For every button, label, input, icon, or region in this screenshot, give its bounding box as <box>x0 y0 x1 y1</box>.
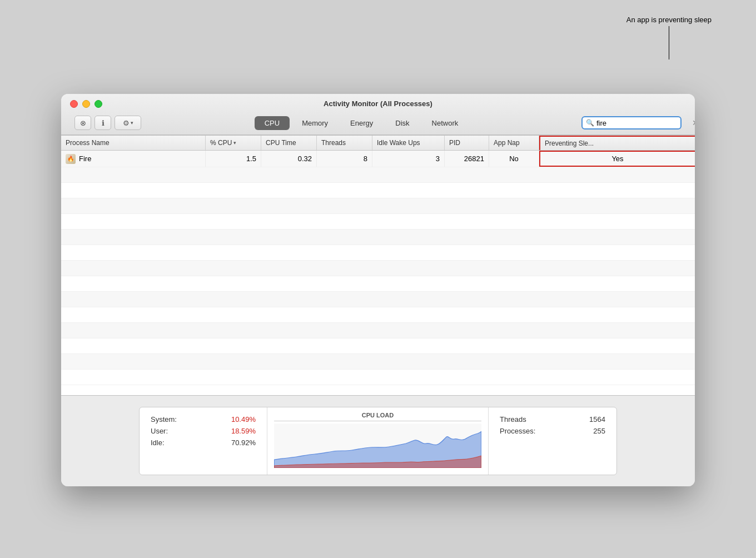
window-controls <box>70 100 102 108</box>
bottom-panel: System: 10.49% User: 18.59% Idle: 70.92%… <box>61 395 695 486</box>
close-button[interactable] <box>70 100 78 108</box>
empty-row <box>61 230 695 245</box>
col-cpu-pct[interactable]: % CPU ▾ <box>206 136 261 150</box>
tab-memory[interactable]: Memory <box>292 116 338 130</box>
col-threads[interactable]: Threads <box>317 136 372 150</box>
col-pid[interactable]: PID <box>445 136 489 150</box>
inspect-button[interactable]: ℹ <box>94 116 111 130</box>
empty-row <box>61 167 695 183</box>
empty-rows <box>61 167 695 385</box>
tab-energy[interactable]: Energy <box>340 116 383 130</box>
cell-cpu-pct: 1.5 <box>206 151 261 167</box>
empty-row <box>61 245 695 261</box>
process-table: Process Name % CPU ▾ CPU Time Threads Id… <box>61 135 695 395</box>
empty-row <box>61 307 695 323</box>
maximize-button[interactable] <box>94 100 102 108</box>
close-process-button[interactable]: ⊗ <box>74 116 91 130</box>
annotation-line <box>669 26 669 59</box>
sort-icon: ▾ <box>233 140 236 146</box>
cpu-stats-right: Threads 1564 Processes: 255 <box>489 407 616 475</box>
user-value: 18.59% <box>231 427 256 435</box>
empty-row <box>61 261 695 276</box>
empty-row <box>61 214 695 230</box>
empty-row <box>61 338 695 354</box>
tab-bar: CPU Memory Energy Disk Network <box>146 116 577 130</box>
cell-preventing-sleep: Yes <box>539 151 695 167</box>
search-box: 🔍 ✕ <box>581 116 682 129</box>
chevron-down-icon: ▾ <box>131 120 133 126</box>
tab-disk[interactable]: Disk <box>385 116 419 130</box>
col-cpu-time[interactable]: CPU Time <box>261 136 317 150</box>
cell-threads: 8 <box>317 151 372 167</box>
stat-row-user: User: 18.59% <box>151 427 256 435</box>
col-process-name[interactable]: Process Name <box>61 136 206 150</box>
idle-label: Idle: <box>151 439 165 447</box>
stat-row-threads: Threads 1564 <box>500 415 605 424</box>
threads-value: 1564 <box>589 415 605 424</box>
cell-app-nap: No <box>489 151 539 167</box>
gear-icon: ⚙ <box>123 119 130 127</box>
stat-row-idle: Idle: 70.92% <box>151 439 256 447</box>
system-value: 10.49% <box>231 415 256 424</box>
table-header: Process Name % CPU ▾ CPU Time Threads Id… <box>61 136 695 151</box>
threads-label: Threads <box>500 415 526 424</box>
col-preventing-sleep[interactable]: Preventing Sle... <box>539 136 695 150</box>
table-body: 🔥 Fire 1.5 0.32 8 3 26821 <box>61 151 695 395</box>
title-bar: Activity Monitor (All Processes) ⊗ ℹ ⚙ ▾… <box>61 94 695 135</box>
empty-row <box>61 354 695 370</box>
stat-row-processes: Processes: 255 <box>500 427 605 435</box>
cpu-chart-title: CPU LOAD <box>274 412 481 418</box>
cell-process-name: 🔥 Fire <box>61 151 206 167</box>
col-app-nap[interactable]: App Nap <box>489 136 539 150</box>
cpu-chart-area: CPU LOAD <box>267 407 489 475</box>
annotation: An app is preventing sleep <box>626 16 712 59</box>
system-label: System: <box>151 415 177 424</box>
col-idle-wake-ups[interactable]: Idle Wake Ups <box>372 136 445 150</box>
stat-row-system: System: 10.49% <box>151 415 256 424</box>
stats-container: System: 10.49% User: 18.59% Idle: 70.92%… <box>139 407 617 475</box>
close-process-icon: ⊗ <box>80 119 86 127</box>
cpu-stats-left: System: 10.49% User: 18.59% Idle: 70.92% <box>140 407 267 475</box>
window-title: Activity Monitor (All Processes) <box>324 99 432 108</box>
user-label: User: <box>151 427 168 435</box>
cpu-chart-svg <box>274 424 481 468</box>
empty-row <box>61 198 695 214</box>
processes-value: 255 <box>593 427 605 435</box>
idle-value: 70.92% <box>231 439 256 447</box>
empty-row <box>61 292 695 307</box>
info-icon: ℹ <box>102 119 105 127</box>
cell-pid: 26821 <box>445 151 489 167</box>
search-icon: 🔍 <box>586 119 594 127</box>
empty-row <box>61 323 695 338</box>
activity-monitor-window: Activity Monitor (All Processes) ⊗ ℹ ⚙ ▾… <box>61 94 695 486</box>
toolbar: ⊗ ℹ ⚙ ▾ CPU Memory Energy Disk Network 🔍 <box>70 112 686 134</box>
toolbar-action-buttons: ⊗ ℹ ⚙ ▾ <box>74 116 141 130</box>
search-input[interactable] <box>596 119 690 127</box>
tab-cpu[interactable]: CPU <box>255 116 290 130</box>
empty-row <box>61 276 695 292</box>
tab-network[interactable]: Network <box>422 116 469 130</box>
cell-idle-wake-ups: 3 <box>372 151 445 167</box>
cell-cpu-time: 0.32 <box>261 151 317 167</box>
empty-row <box>61 370 695 385</box>
gear-menu-button[interactable]: ⚙ ▾ <box>115 116 141 130</box>
processes-label: Processes: <box>500 427 535 435</box>
process-app-icon: 🔥 <box>66 154 76 164</box>
table-row: 🔥 Fire 1.5 0.32 8 3 26821 <box>61 151 695 167</box>
search-clear-icon[interactable]: ✕ <box>692 118 695 127</box>
minimize-button[interactable] <box>82 100 90 108</box>
empty-row <box>61 183 695 198</box>
